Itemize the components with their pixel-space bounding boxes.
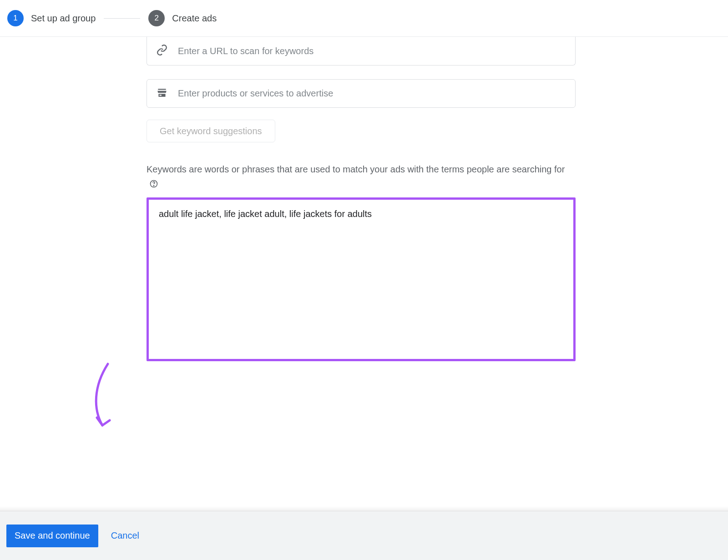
keywords-textarea[interactable]: adult life jacket, life jacket adult, li…: [147, 197, 576, 361]
url-input-row[interactable]: [147, 37, 576, 66]
keywords-helper-text: Keywords are words or phrases that are u…: [147, 162, 576, 188]
save-and-continue-button[interactable]: Save and continue: [6, 525, 98, 547]
step-2[interactable]: 2 Create ads: [148, 10, 217, 26]
annotation-arrow: [89, 359, 143, 441]
step-2-circle: 2: [148, 10, 165, 26]
step-connector: [104, 18, 140, 19]
main-content: Get keyword suggestions Keywords are wor…: [0, 37, 728, 361]
footer-shadow: [0, 506, 728, 511]
step-1-circle: 1: [7, 10, 24, 26]
storefront-icon: [156, 87, 168, 101]
url-input[interactable]: [178, 46, 566, 56]
svg-point-1: [153, 186, 154, 186]
cancel-button[interactable]: Cancel: [111, 530, 139, 541]
get-suggestions-button[interactable]: Get keyword suggestions: [147, 120, 275, 142]
step-1[interactable]: 1 Set up ad group: [7, 10, 96, 26]
products-input[interactable]: [178, 88, 566, 99]
help-icon[interactable]: [149, 179, 158, 188]
stepper-header: 1 Set up ad group 2 Create ads: [0, 0, 728, 37]
step-1-label: Set up ad group: [31, 13, 96, 24]
products-input-row[interactable]: [147, 79, 576, 108]
helper-text-content: Keywords are words or phrases that are u…: [147, 162, 565, 177]
footer-bar: Save and continue Cancel: [0, 511, 728, 560]
link-icon: [156, 44, 168, 58]
step-2-label: Create ads: [172, 13, 217, 24]
